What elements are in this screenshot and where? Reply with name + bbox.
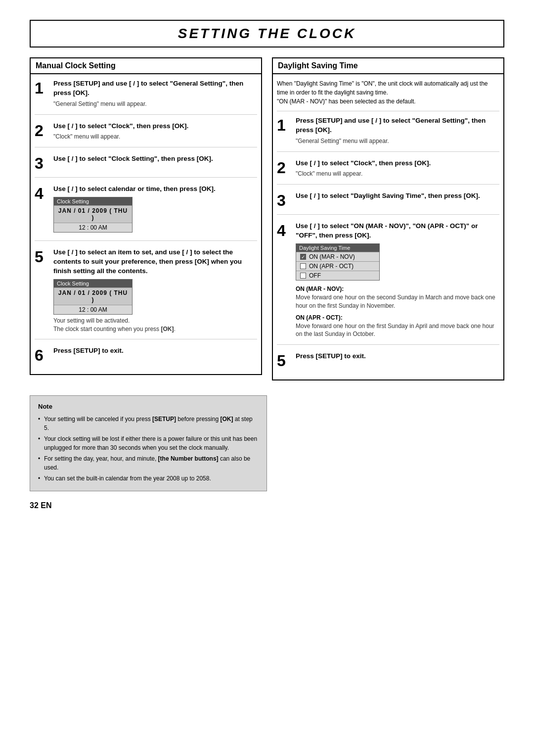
step-number-1: 1	[35, 79, 49, 108]
step-4-main-text: Use [ / ] to select calendar or time, th…	[53, 185, 257, 194]
dst-note-mar-nov-title: ON (MAR - NOV):	[296, 285, 499, 292]
step-3-main-text: Use [ / ] to select "Clock Setting", the…	[53, 154, 257, 164]
note-box: Note Your setting will be canceled if yo…	[30, 395, 267, 491]
clock-display-time-2: 12 : 00 AM	[54, 305, 132, 314]
dst-step-number-5: 5	[277, 352, 292, 369]
dst-step-2-main-text: Use [ / ] to select "Clock", then press …	[296, 159, 499, 168]
left-step-4: 4 Use [ / ] to select calendar or time, …	[35, 185, 257, 241]
step-5-main-text: Use [ / ] to select an item to set, and …	[53, 248, 257, 276]
note-item-1: Your setting will be canceled if you pre…	[38, 415, 259, 432]
step-1-main-text: Press [SETUP] and use [ / ] to select "G…	[53, 79, 257, 98]
dst-option-off: OFF	[296, 271, 379, 280]
dst-option-apr-oct: ON (APR - OCT)	[296, 261, 379, 271]
page-number: 32 EN	[30, 501, 504, 510]
dst-step-2-sub-text: "Clock" menu will appear.	[296, 170, 499, 178]
left-step-5: 5 Use [ / ] to select an item to set, an…	[35, 248, 257, 339]
left-step-1: 1 Press [SETUP] and use [ / ] to select …	[35, 79, 257, 115]
daylight-saving-content: When "Daylight Saving Time" is "ON", the…	[272, 74, 504, 380]
clock-display-title: Clock Setting	[54, 197, 132, 205]
dst-checkbox-mar-nov: ✓	[300, 254, 306, 260]
dst-step-1-sub-text: "General Setting" menu will appear.	[296, 137, 499, 145]
dst-step-5-main-text: Press [SETUP] to exit.	[296, 352, 499, 361]
left-step-6: 6 Press [SETUP] to exit.	[35, 346, 257, 369]
step-1-sub-text: "General Setting" menu will appear.	[53, 100, 257, 108]
right-step-2: 2 Use [ / ] to select "Clock", then pres…	[277, 159, 499, 185]
dst-note-apr-oct-title: ON (APR - OCT):	[296, 314, 499, 321]
dst-checkbox-off	[300, 273, 306, 279]
page-title: SETTING THE CLOCK	[30, 20, 504, 47]
clock-display-time: 12 : 00 AM	[54, 223, 132, 232]
dst-note-section: ON (MAR - NOV): Move forward one hour on…	[296, 285, 499, 338]
dst-step-number-3: 3	[277, 191, 292, 208]
dst-option-off-label: OFF	[309, 272, 321, 279]
daylight-saving-header: Daylight Saving Time	[272, 57, 504, 74]
manual-clock-setting-header: Manual Clock Setting	[30, 57, 262, 74]
step-number-4: 4	[35, 185, 49, 235]
dst-intro-text: When "Daylight Saving Time" is "ON", the…	[277, 79, 499, 111]
manual-clock-setting-content: 1 Press [SETUP] and use [ / ] to select …	[30, 74, 262, 375]
step-6-main-text: Press [SETUP] to exit.	[53, 346, 257, 356]
dst-step-3-main-text: Use [ / ] to select "Daylight Saving Tim…	[296, 191, 499, 201]
right-step-3: 3 Use [ / ] to select "Daylight Saving T…	[277, 191, 499, 215]
right-step-5: 5 Press [SETUP] to exit.	[277, 352, 499, 375]
step-2-main-text: Use [ / ] to select "Clock", then press …	[53, 122, 257, 131]
dst-display-title: Daylight Saving Time	[296, 244, 379, 252]
left-step-3: 3 Use [ / ] to select "Clock Setting", t…	[35, 154, 257, 178]
right-column: Daylight Saving Time When "Daylight Savi…	[272, 57, 504, 380]
dst-step-1-main-text: Press [SETUP] and use [ / ] to select "G…	[296, 116, 499, 135]
right-step-4: 4 Use [ / ] to select "ON (MAR - NOV)", …	[277, 222, 499, 345]
dst-step-number-1: 1	[277, 116, 292, 145]
note-title: Note	[38, 402, 259, 412]
clock-display-date: JAN / 01 / 2009 ( THU )	[54, 205, 132, 223]
clock-display-title-2: Clock Setting	[54, 280, 132, 287]
clock-display-date-2: JAN / 01 / 2009 ( THU )	[54, 287, 132, 305]
step-number-5: 5	[35, 248, 49, 333]
step-number-6: 6	[35, 346, 49, 363]
step-2-sub-text: "Clock" menu will appear.	[53, 133, 257, 141]
step-5-after-text2: The clock start counting when you press …	[53, 325, 257, 333]
dst-step-4-main-text: Use [ / ] to select "ON (MAR - NOV)", "O…	[296, 222, 499, 240]
note-item-3: For setting the day, year, hour, and min…	[38, 454, 259, 472]
clock-display-step4: Clock Setting JAN / 01 / 2009 ( THU ) 12…	[53, 197, 133, 233]
clock-display-step5: Clock Setting JAN / 01 / 2009 ( THU ) 12…	[53, 279, 133, 315]
step-number-2: 2	[35, 122, 49, 142]
right-step-1: 1 Press [SETUP] and use [ / ] to select …	[277, 116, 499, 152]
dst-option-apr-oct-label: ON (APR - OCT)	[309, 263, 354, 270]
note-list: Your setting will be canceled if you pre…	[38, 415, 259, 483]
left-step-2: 2 Use [ / ] to select "Clock", then pres…	[35, 122, 257, 148]
dst-note-mar-nov-text: Move forward one hour on the second Sund…	[296, 293, 499, 310]
dst-note-apr-oct-text: Move forward one hour on the first Sunda…	[296, 322, 499, 339]
note-item-4: You can set the built-in calendar from t…	[38, 474, 259, 483]
step-number-3: 3	[35, 154, 49, 171]
note-item-2: Your clock setting will be lost if eithe…	[38, 434, 259, 452]
step-5-after-text1: Your setting will be activated.	[53, 317, 257, 325]
dst-step-number-2: 2	[277, 159, 292, 179]
dst-checkbox-apr-oct	[300, 263, 306, 269]
left-column: Manual Clock Setting 1 Press [SETUP] and…	[30, 57, 262, 375]
dst-option-mar-nov: ✓ ON (MAR - NOV)	[296, 252, 379, 261]
dst-option-mar-nov-label: ON (MAR - NOV)	[309, 253, 355, 260]
dst-step-number-4: 4	[277, 222, 292, 338]
dst-display: Daylight Saving Time ✓ ON (MAR - NOV) ON…	[296, 243, 380, 281]
